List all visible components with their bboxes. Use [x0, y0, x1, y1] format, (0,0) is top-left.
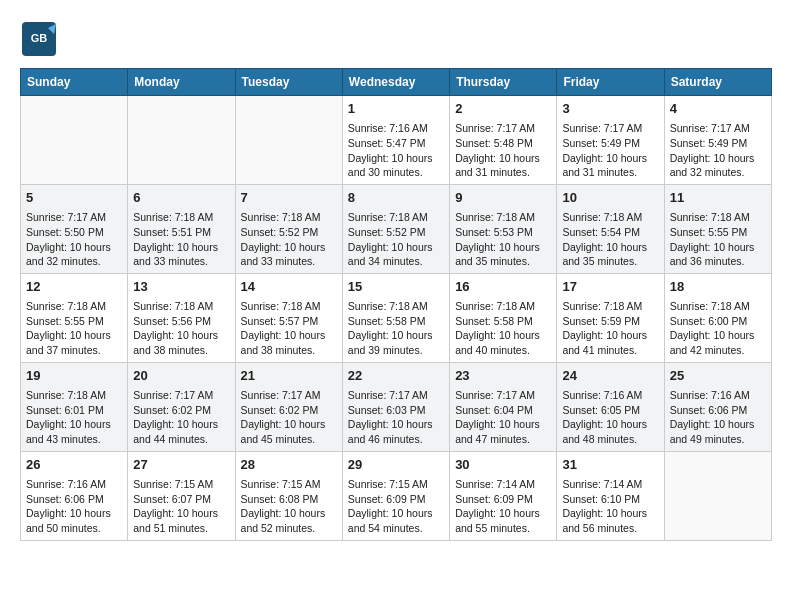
day-info: and 32 minutes. — [670, 165, 766, 180]
day-info: Sunset: 5:52 PM — [348, 225, 444, 240]
day-info: Sunset: 6:07 PM — [133, 492, 229, 507]
day-info: Sunrise: 7:18 AM — [348, 299, 444, 314]
day-info: and 51 minutes. — [133, 521, 229, 536]
day-info: and 42 minutes. — [670, 343, 766, 358]
calendar-cell: 31Sunrise: 7:14 AMSunset: 6:10 PMDayligh… — [557, 451, 664, 540]
day-info: and 38 minutes. — [241, 343, 337, 358]
calendar-cell — [21, 96, 128, 185]
calendar-cell: 10Sunrise: 7:18 AMSunset: 5:54 PMDayligh… — [557, 184, 664, 273]
day-number: 25 — [670, 367, 766, 385]
day-info: Sunrise: 7:18 AM — [133, 210, 229, 225]
week-row-4: 19Sunrise: 7:18 AMSunset: 6:01 PMDayligh… — [21, 362, 772, 451]
day-info: Daylight: 10 hours — [562, 240, 658, 255]
day-number: 2 — [455, 100, 551, 118]
day-info: Daylight: 10 hours — [348, 240, 444, 255]
calendar-cell: 28Sunrise: 7:15 AMSunset: 6:08 PMDayligh… — [235, 451, 342, 540]
day-info: and 31 minutes. — [455, 165, 551, 180]
calendar-cell: 23Sunrise: 7:17 AMSunset: 6:04 PMDayligh… — [450, 362, 557, 451]
calendar-cell: 9Sunrise: 7:18 AMSunset: 5:53 PMDaylight… — [450, 184, 557, 273]
day-info: Sunset: 5:53 PM — [455, 225, 551, 240]
calendar-cell: 14Sunrise: 7:18 AMSunset: 5:57 PMDayligh… — [235, 273, 342, 362]
day-info: Sunset: 5:51 PM — [133, 225, 229, 240]
calendar-cell: 7Sunrise: 7:18 AMSunset: 5:52 PMDaylight… — [235, 184, 342, 273]
week-row-1: 1Sunrise: 7:16 AMSunset: 5:47 PMDaylight… — [21, 96, 772, 185]
day-info: and 47 minutes. — [455, 432, 551, 447]
day-info: Sunset: 6:05 PM — [562, 403, 658, 418]
day-info: Sunset: 5:59 PM — [562, 314, 658, 329]
day-info: Sunset: 6:01 PM — [26, 403, 122, 418]
day-info: Sunrise: 7:18 AM — [670, 299, 766, 314]
calendar-cell: 21Sunrise: 7:17 AMSunset: 6:02 PMDayligh… — [235, 362, 342, 451]
day-info: Sunset: 6:09 PM — [455, 492, 551, 507]
day-number: 12 — [26, 278, 122, 296]
day-info: Sunrise: 7:18 AM — [26, 388, 122, 403]
day-number: 4 — [670, 100, 766, 118]
calendar-cell — [235, 96, 342, 185]
day-info: Sunrise: 7:18 AM — [348, 210, 444, 225]
day-info: Sunset: 6:00 PM — [670, 314, 766, 329]
calendar-cell: 12Sunrise: 7:18 AMSunset: 5:55 PMDayligh… — [21, 273, 128, 362]
day-info: Sunset: 5:56 PM — [133, 314, 229, 329]
calendar-cell: 11Sunrise: 7:18 AMSunset: 5:55 PMDayligh… — [664, 184, 771, 273]
day-info: and 39 minutes. — [348, 343, 444, 358]
day-info: Sunrise: 7:18 AM — [562, 299, 658, 314]
weekday-header-saturday: Saturday — [664, 69, 771, 96]
day-info: Daylight: 10 hours — [26, 240, 122, 255]
day-info: Sunset: 5:49 PM — [670, 136, 766, 151]
day-info: Sunrise: 7:18 AM — [241, 210, 337, 225]
day-info: Sunrise: 7:18 AM — [455, 299, 551, 314]
day-number: 10 — [562, 189, 658, 207]
day-info: Sunrise: 7:17 AM — [455, 388, 551, 403]
day-info: Sunrise: 7:18 AM — [670, 210, 766, 225]
day-number: 14 — [241, 278, 337, 296]
day-info: Sunset: 5:58 PM — [455, 314, 551, 329]
day-number: 16 — [455, 278, 551, 296]
calendar-cell: 29Sunrise: 7:15 AMSunset: 6:09 PMDayligh… — [342, 451, 449, 540]
day-number: 29 — [348, 456, 444, 474]
day-info: Daylight: 10 hours — [670, 151, 766, 166]
day-info: and 48 minutes. — [562, 432, 658, 447]
day-info: Sunset: 6:02 PM — [241, 403, 337, 418]
day-info: and 30 minutes. — [348, 165, 444, 180]
day-info: Sunrise: 7:14 AM — [455, 477, 551, 492]
weekday-header-friday: Friday — [557, 69, 664, 96]
day-info: Daylight: 10 hours — [562, 506, 658, 521]
day-info: Daylight: 10 hours — [562, 151, 658, 166]
day-info: Sunset: 6:06 PM — [670, 403, 766, 418]
day-info: and 49 minutes. — [670, 432, 766, 447]
calendar-cell — [128, 96, 235, 185]
day-info: and 36 minutes. — [670, 254, 766, 269]
logo: GB — [20, 20, 58, 58]
day-number: 22 — [348, 367, 444, 385]
day-info: Daylight: 10 hours — [26, 506, 122, 521]
day-number: 6 — [133, 189, 229, 207]
day-info: and 33 minutes. — [133, 254, 229, 269]
day-number: 3 — [562, 100, 658, 118]
day-info: Sunrise: 7:17 AM — [455, 121, 551, 136]
day-info: Daylight: 10 hours — [670, 240, 766, 255]
day-info: Sunset: 5:57 PM — [241, 314, 337, 329]
day-number: 17 — [562, 278, 658, 296]
calendar-cell: 3Sunrise: 7:17 AMSunset: 5:49 PMDaylight… — [557, 96, 664, 185]
calendar-cell: 22Sunrise: 7:17 AMSunset: 6:03 PMDayligh… — [342, 362, 449, 451]
calendar-cell: 15Sunrise: 7:18 AMSunset: 5:58 PMDayligh… — [342, 273, 449, 362]
day-info: and 35 minutes. — [562, 254, 658, 269]
day-info: Daylight: 10 hours — [241, 506, 337, 521]
calendar-cell: 13Sunrise: 7:18 AMSunset: 5:56 PMDayligh… — [128, 273, 235, 362]
day-info: Daylight: 10 hours — [133, 417, 229, 432]
weekday-header-sunday: Sunday — [21, 69, 128, 96]
day-info: and 45 minutes. — [241, 432, 337, 447]
day-info: Sunset: 5:48 PM — [455, 136, 551, 151]
calendar-cell: 17Sunrise: 7:18 AMSunset: 5:59 PMDayligh… — [557, 273, 664, 362]
day-info: and 33 minutes. — [241, 254, 337, 269]
day-number: 24 — [562, 367, 658, 385]
day-info: Sunset: 5:58 PM — [348, 314, 444, 329]
day-number: 8 — [348, 189, 444, 207]
day-info: Daylight: 10 hours — [455, 151, 551, 166]
day-info: and 37 minutes. — [26, 343, 122, 358]
day-info: Sunrise: 7:18 AM — [133, 299, 229, 314]
day-info: Sunrise: 7:16 AM — [562, 388, 658, 403]
week-row-5: 26Sunrise: 7:16 AMSunset: 6:06 PMDayligh… — [21, 451, 772, 540]
calendar-table: SundayMondayTuesdayWednesdayThursdayFrid… — [20, 68, 772, 541]
day-info: Sunset: 6:09 PM — [348, 492, 444, 507]
